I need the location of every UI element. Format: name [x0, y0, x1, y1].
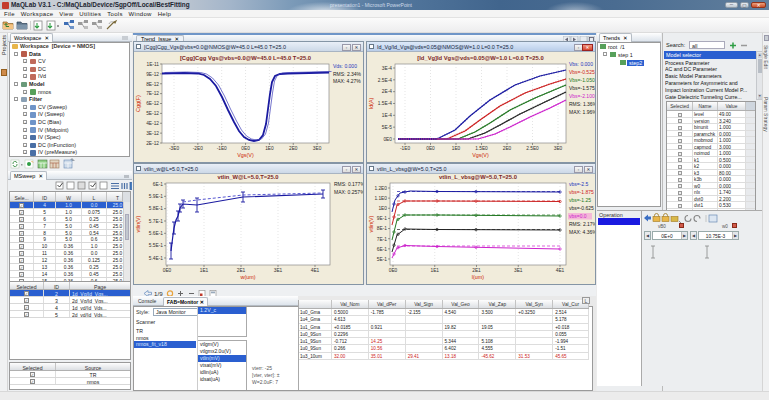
svg-text:1.2E0: 1.2E0 — [374, 186, 387, 191]
svg-text:0E0: 0E0 — [241, 146, 250, 151]
svg-text:5.6E-1: 5.6E-1 — [149, 231, 163, 236]
svg-text:2.5E0: 2.5E0 — [526, 146, 539, 151]
svg-text:1.5E-4: 1.5E-4 — [378, 101, 392, 106]
svg-text:1E1: 1E1 — [430, 268, 439, 273]
svg-text:vtlin_L_vbsg@W=5.0,T=25.0: vtlin_L_vbsg@W=5.0,T=25.0 — [439, 174, 517, 180]
svg-text:RMS: 1.36%: RMS: 1.36% — [569, 101, 595, 107]
svg-text:Vbs=-0.525: Vbs=-0.525 — [569, 69, 595, 75]
svg-text:0E0: 0E0 — [389, 268, 398, 273]
svg-text:7E-1: 7E-1 — [377, 237, 387, 242]
svg-text:1E0: 1E0 — [378, 206, 387, 211]
svg-text:-1E0: -1E0 — [400, 146, 410, 151]
svg-text:2E-12: 2E-12 — [146, 141, 159, 146]
svg-text:RMS: 2.34%: RMS: 2.34% — [333, 71, 362, 77]
svg-text:Vbs=-1.050: Vbs=-1.050 — [569, 77, 595, 83]
svg-text:3E-12: 3E-12 — [146, 131, 159, 136]
svg-text:[Id_Vg]Id Vgs@vds=0.05@W=1.0: [Id_Vg]Id Vgs@vds=0.05@W=1.0 L=0.0 T=25.… — [417, 55, 543, 61]
svg-text:5E-1: 5E-1 — [377, 257, 387, 262]
svg-text:-1E0: -1E0 — [217, 146, 227, 151]
svg-text:w(um): w(um) — [240, 274, 256, 280]
svg-text:3E1: 3E1 — [274, 268, 283, 273]
svg-text:1E-11: 1E-11 — [147, 62, 160, 67]
svg-text:0E0: 0E0 — [426, 146, 435, 151]
svg-text:3E0: 3E0 — [554, 146, 563, 151]
svg-text:2.5E-4: 2.5E-4 — [378, 78, 392, 83]
svg-text:2E0: 2E0 — [503, 146, 512, 151]
svg-text:1.5E0: 1.5E0 — [475, 146, 488, 151]
svg-text:Vbs: 0.000: Vbs: 0.000 — [569, 61, 593, 67]
svg-text:vtlin(V): vtlin(V) — [135, 215, 141, 232]
svg-text:l(um): l(um) — [472, 274, 484, 280]
svg-text:8E-12: 8E-12 — [146, 82, 159, 87]
svg-text:vbs=0.0: vbs=0.0 — [569, 213, 587, 219]
svg-text:3E1: 3E1 — [514, 268, 523, 273]
svg-text:4E1: 4E1 — [311, 268, 320, 273]
svg-text:6E-1: 6E-1 — [377, 247, 387, 252]
svg-text:0E0: 0E0 — [163, 268, 172, 273]
svg-text:5.9E-1: 5.9E-1 — [149, 194, 163, 199]
svg-text:7E-12: 7E-12 — [146, 91, 159, 96]
svg-text:5.8E-1: 5.8E-1 — [149, 206, 163, 211]
svg-text:6E-12: 6E-12 — [146, 101, 159, 106]
svg-text:4E-12: 4E-12 — [146, 121, 159, 126]
svg-text:8E-1: 8E-1 — [377, 226, 387, 231]
svg-text:9E-12: 9E-12 — [146, 72, 159, 77]
svg-text:1E0: 1E0 — [265, 146, 274, 151]
svg-text:Id(A): Id(A) — [368, 97, 374, 109]
svg-text:2E1: 2E1 — [472, 268, 481, 273]
svg-text:Vgs(V): Vgs(V) — [472, 152, 489, 158]
svg-text:Vds: 0.000: Vds: 0.000 — [333, 63, 357, 69]
svg-text:2E-4: 2E-4 — [382, 89, 392, 94]
svg-text:vtlin(V): vtlin(V) — [368, 215, 374, 232]
svg-text:2E1: 2E1 — [237, 268, 246, 273]
svg-text:Vbs=-2.100: Vbs=-2.100 — [569, 93, 595, 99]
svg-text:3E0: 3E0 — [313, 146, 322, 151]
svg-text:3E-4: 3E-4 — [382, 66, 392, 71]
svg-text:RMS: 0.177%: RMS: 0.177% — [334, 181, 363, 187]
svg-text:1E0: 1E0 — [452, 146, 461, 151]
svg-text:2E0: 2E0 — [289, 146, 298, 151]
svg-text:MAX: 1.96%: MAX: 1.96% — [569, 109, 595, 115]
svg-text:RMS: 2.17%: RMS: 2.17% — [569, 221, 595, 227]
svg-text:5E-12: 5E-12 — [146, 111, 159, 116]
svg-text:5.7E-1: 5.7E-1 — [149, 219, 163, 224]
svg-text:9E-1: 9E-1 — [377, 216, 387, 221]
svg-text:1E-4: 1E-4 — [382, 113, 392, 118]
svg-text:6E-1: 6E-1 — [153, 182, 163, 187]
svg-text:vbs=-1.875: vbs=-1.875 — [569, 189, 594, 195]
svg-text:MAX: 4.27%: MAX: 4.27% — [333, 78, 361, 84]
svg-text:Vbs=-1.575: Vbs=-1.575 — [569, 85, 595, 91]
svg-text:Vgs(V): Vgs(V) — [237, 152, 254, 158]
svg-text:vbs=-2.5: vbs=-2.5 — [569, 181, 589, 187]
svg-text:0E0: 0E0 — [383, 137, 392, 142]
svg-text:vbs=-0.625: vbs=-0.625 — [569, 205, 594, 211]
svg-text:4E1: 4E1 — [556, 268, 565, 273]
svg-text:vtlin_W@L=5.0,T=25.0: vtlin_W@L=5.0,T=25.0 — [217, 174, 278, 180]
svg-text:MAX: 4.36%: MAX: 4.36% — [569, 229, 595, 235]
svg-text:-2E0: -2E0 — [193, 146, 203, 151]
svg-text:Cgg(F): Cgg(F) — [135, 95, 141, 112]
svg-text:5.4E-1: 5.4E-1 — [149, 256, 163, 261]
svg-text:5E-5: 5E-5 — [382, 125, 392, 130]
svg-text:vbs=-1.25: vbs=-1.25 — [569, 197, 591, 203]
svg-text:MAX: 0.257%: MAX: 0.257% — [334, 189, 363, 195]
svg-text:1.1E0: 1.1E0 — [374, 196, 387, 201]
svg-text:-3E0: -3E0 — [169, 146, 179, 151]
svg-text:1E1: 1E1 — [200, 268, 209, 273]
svg-text:5.5E-1: 5.5E-1 — [149, 243, 163, 248]
svg-text:[Cgg]Cgg Vgs@vbs=0.0@W=45.0 L: [Cgg]Cgg Vgs@vbs=0.0@W=45.0 L=45.0 T=25.… — [180, 55, 311, 61]
